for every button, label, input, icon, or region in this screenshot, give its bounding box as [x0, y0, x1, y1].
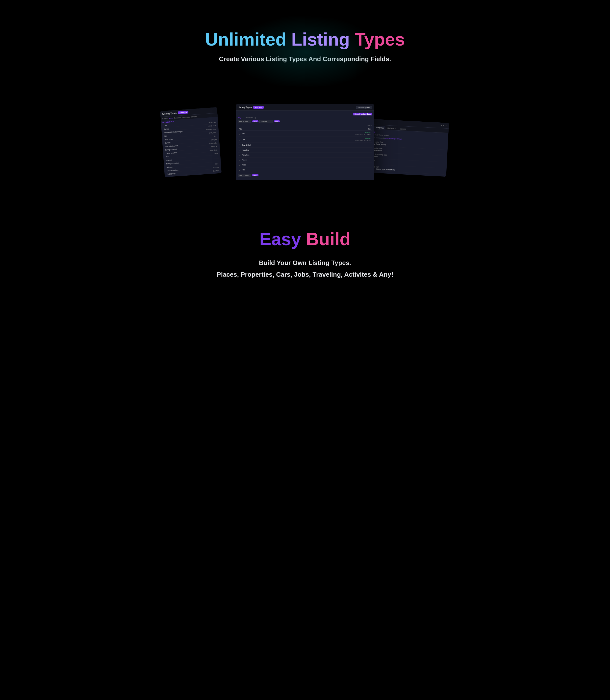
screenshot-left: Listing Types Add New General Form Templ…: [160, 107, 222, 177]
easybuild-desc2: Places, Properties, Cars, Jobs, Travelin…: [162, 271, 448, 278]
title-unlimited: Unlimited: [205, 30, 286, 49]
left-nav-general[interactable]: General: [162, 118, 168, 120]
col-title: Title: [239, 128, 242, 130]
left-nav-form[interactable]: Form: [169, 118, 173, 119]
left-nav-templates[interactable]: Templates: [174, 116, 181, 119]
search-listing-type-btn[interactable]: Search Listing Type: [353, 113, 372, 115]
hero-subtitle: Create Various Listing Types And Corresp…: [162, 55, 448, 63]
table-row: Housing: [238, 147, 372, 153]
apply-top-btn[interactable]: Apply: [252, 120, 258, 122]
filter-all-link[interactable]: All (7): [238, 116, 242, 119]
right-tab-notification[interactable]: Notification: [386, 126, 398, 130]
table-row: Jobs: [238, 162, 372, 168]
apply-bottom-btn[interactable]: Apply: [252, 174, 258, 176]
table-row: Car Published2021/12/03 at 6:32 am: [238, 137, 372, 143]
bulk-actions-bottom-select[interactable]: Bulk actions: [238, 174, 251, 177]
left-add-new-btn[interactable]: Add New: [178, 111, 189, 114]
table-row: Activities: [238, 153, 372, 157]
hero-section: Unlimited Listing Types Create Various L…: [162, 15, 448, 90]
title-listing: Listing: [291, 30, 350, 49]
title-types: Types: [355, 30, 405, 49]
all-dates-select[interactable]: All dates: [259, 120, 273, 123]
table-row: Buy & Sell: [238, 143, 372, 147]
hero-title: Unlimited Listing Types: [162, 30, 448, 49]
screenshots-cluster: Listing Types Add New General Form Templ…: [162, 90, 448, 194]
filter-published-link[interactable]: Published (3): [245, 116, 256, 119]
table-row-title-footer: Title: [238, 168, 372, 172]
center-add-new-btn[interactable]: Add New: [253, 106, 264, 109]
easybuild-section: Easy Build Build Your Own Listing Types.…: [162, 219, 448, 283]
screenshot-center: Listing Types Add New Screen Options Sea…: [236, 104, 374, 180]
screen-options-btn[interactable]: Screen Options: [356, 106, 372, 109]
col-date: Date: [368, 128, 371, 130]
easybuild-build: Build: [306, 229, 351, 249]
right-tab-schema[interactable]: Schema: [398, 127, 408, 131]
table-row: Pet Published2021/12/22 at 2:56 am: [238, 131, 372, 137]
easybuild-title: Easy Build: [162, 229, 448, 249]
table-row: Place: [238, 157, 372, 162]
easybuild-desc1: Build Your Own Listing Types.: [162, 259, 448, 267]
left-screenshot-title: Listing Types: [162, 112, 177, 115]
item-count: 7 items: [238, 125, 372, 126]
right-tab-templates[interactable]: Templates: [374, 126, 386, 129]
center-screenshot-title: Listing Types: [238, 106, 252, 109]
filter-btn[interactable]: Filter: [274, 120, 280, 122]
bulk-actions-select[interactable]: Bulk actions: [238, 120, 251, 123]
left-nav-notification[interactable]: Notification: [182, 116, 190, 119]
easybuild-easy: Easy: [259, 229, 301, 249]
left-nav-schema[interactable]: Schema: [191, 116, 197, 118]
